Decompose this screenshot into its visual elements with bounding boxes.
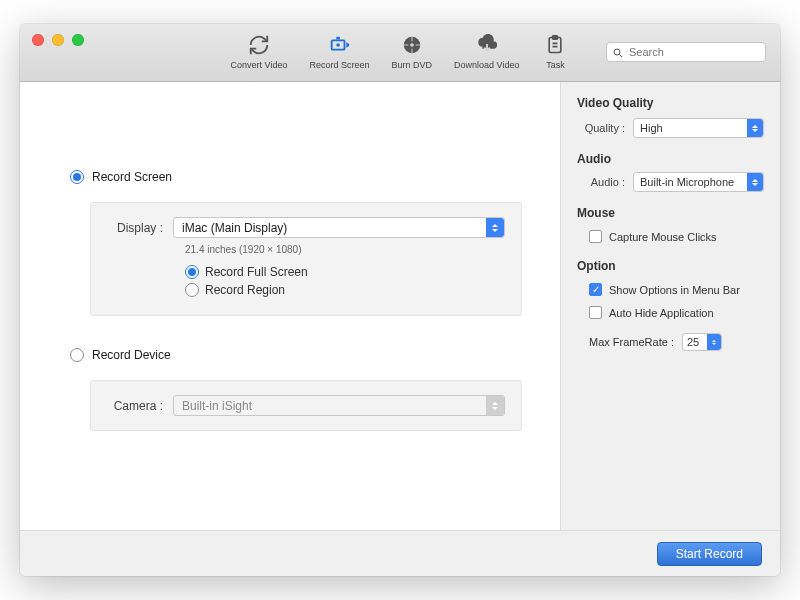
- updown-icon: [486, 218, 504, 237]
- convert-icon: [245, 32, 273, 58]
- checkbox-icon: [589, 230, 602, 243]
- record-device-box: Camera : Built-in iSight: [90, 380, 522, 431]
- tool-label: Download Video: [454, 60, 519, 70]
- display-select[interactable]: iMac (Main Display): [173, 217, 505, 238]
- display-row: Display : iMac (Main Display): [107, 217, 505, 238]
- checkbox-auto-hide[interactable]: Auto Hide Application: [589, 306, 764, 319]
- tool-burn-dvd[interactable]: Burn DVD: [388, 30, 437, 72]
- checkbox-icon: [589, 306, 602, 319]
- audio-label: Audio :: [577, 176, 625, 188]
- svg-rect-6: [553, 36, 558, 39]
- display-label: Display :: [107, 221, 163, 235]
- checkbox-label: Show Options in Menu Bar: [609, 284, 740, 296]
- record-screen-box: Display : iMac (Main Display) 21.4 inche…: [90, 202, 522, 316]
- app-window: Convert Video Record Screen Burn DVD Dow…: [20, 24, 780, 576]
- audio-value: Built-in Microphone: [640, 176, 734, 188]
- main-panel: Record Screen Display : iMac (Main Displ…: [20, 82, 560, 530]
- svg-point-9: [614, 49, 620, 55]
- camera-select[interactable]: Built-in iSight: [173, 395, 505, 416]
- radio-icon: [70, 348, 84, 362]
- burn-icon: [398, 32, 426, 58]
- svg-point-1: [337, 43, 341, 47]
- radio-icon: [185, 265, 199, 279]
- display-subtext: 21.4 inches (1920 × 1080): [185, 244, 505, 255]
- svg-point-4: [410, 43, 414, 47]
- camera-value: Built-in iSight: [182, 399, 252, 413]
- quality-value: High: [640, 122, 663, 134]
- task-icon: [541, 32, 569, 58]
- quality-row: Quality : High: [577, 118, 764, 138]
- radio-record-screen[interactable]: Record Screen: [70, 170, 532, 184]
- start-record-button[interactable]: Start Record: [657, 542, 762, 566]
- checkbox-show-menubar[interactable]: Show Options in Menu Bar: [589, 283, 764, 296]
- search-wrap: [606, 42, 766, 62]
- framerate-value: 25: [687, 336, 699, 348]
- radio-record-region[interactable]: Record Region: [185, 283, 505, 297]
- titlebar: Convert Video Record Screen Burn DVD Dow…: [20, 24, 780, 82]
- radio-record-device[interactable]: Record Device: [70, 348, 532, 362]
- body: Record Screen Display : iMac (Main Displ…: [20, 82, 780, 530]
- record-icon: [325, 32, 353, 58]
- tool-task[interactable]: Task: [537, 30, 573, 72]
- close-icon[interactable]: [32, 34, 44, 46]
- tool-download-video[interactable]: Download Video: [450, 30, 523, 72]
- radio-full-screen[interactable]: Record Full Screen: [185, 265, 505, 279]
- updown-icon: [747, 173, 763, 191]
- updown-icon: [707, 334, 721, 350]
- checkbox-capture-clicks[interactable]: Capture Mouse Clicks: [589, 230, 764, 243]
- tool-convert-video[interactable]: Convert Video: [227, 30, 292, 72]
- section-option: Option: [577, 259, 764, 273]
- tool-record-screen[interactable]: Record Screen: [305, 30, 373, 72]
- section-mouse: Mouse: [577, 206, 764, 220]
- screen-mode-group: Record Full Screen Record Region: [185, 265, 505, 297]
- display-value: iMac (Main Display): [182, 221, 287, 235]
- camera-row: Camera : Built-in iSight: [107, 395, 505, 416]
- footer: Start Record: [20, 530, 780, 576]
- toolbar: Convert Video Record Screen Burn DVD Dow…: [227, 30, 574, 72]
- updown-icon: [747, 119, 763, 137]
- checkbox-icon: [589, 283, 602, 296]
- quality-label: Quality :: [577, 122, 625, 134]
- section-audio: Audio: [577, 152, 764, 166]
- tool-label: Record Screen: [309, 60, 369, 70]
- audio-row: Audio : Built-in Microphone: [577, 172, 764, 192]
- search-icon: [612, 45, 624, 63]
- sidebar: Video Quality Quality : High Audio Audio…: [560, 82, 780, 530]
- tool-label: Convert Video: [231, 60, 288, 70]
- radio-label: Record Device: [92, 348, 171, 362]
- framerate-row: Max FrameRate : 25: [589, 333, 764, 351]
- section-video-quality: Video Quality: [577, 96, 764, 110]
- download-icon: [473, 32, 501, 58]
- svg-line-10: [620, 55, 623, 58]
- tool-label: Burn DVD: [392, 60, 433, 70]
- updown-icon: [486, 396, 504, 415]
- radio-icon: [185, 283, 199, 297]
- radio-label: Record Screen: [92, 170, 172, 184]
- checkbox-label: Auto Hide Application: [609, 307, 714, 319]
- radio-label: Record Full Screen: [205, 265, 308, 279]
- radio-label: Record Region: [205, 283, 285, 297]
- minimize-icon[interactable]: [52, 34, 64, 46]
- camera-label: Camera :: [107, 399, 163, 413]
- radio-icon: [70, 170, 84, 184]
- window-controls: [32, 34, 84, 46]
- checkbox-label: Capture Mouse Clicks: [609, 231, 717, 243]
- tool-label: Task: [546, 60, 565, 70]
- quality-select[interactable]: High: [633, 118, 764, 138]
- search-input[interactable]: [606, 42, 766, 62]
- audio-select[interactable]: Built-in Microphone: [633, 172, 764, 192]
- framerate-label: Max FrameRate :: [589, 336, 674, 348]
- maximize-icon[interactable]: [72, 34, 84, 46]
- framerate-select[interactable]: 25: [682, 333, 722, 351]
- svg-rect-2: [337, 37, 341, 40]
